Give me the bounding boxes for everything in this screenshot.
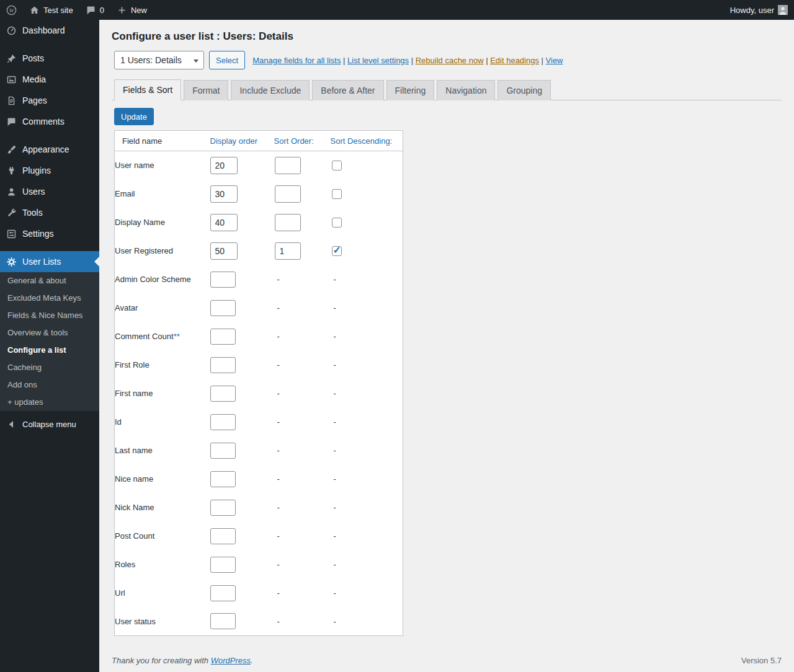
sort-descending-cell: - xyxy=(331,322,403,351)
sort-descending-checkbox[interactable] xyxy=(332,189,342,199)
display-order-input[interactable] xyxy=(210,272,236,288)
sort-order-input[interactable] xyxy=(275,242,301,260)
field-name-label: First name xyxy=(115,389,153,398)
comments-menu[interactable]: 0 xyxy=(79,0,110,20)
action-link-view[interactable]: View xyxy=(546,56,563,65)
display-order-input[interactable] xyxy=(210,357,236,373)
users-icon xyxy=(0,187,22,197)
display-order-input[interactable] xyxy=(210,329,236,345)
sort-order-cell: - xyxy=(274,351,331,379)
field-row-display-name: Display Name xyxy=(115,208,403,237)
sidebar-item-media[interactable]: Media xyxy=(0,69,99,90)
display-order-input[interactable] xyxy=(210,528,236,544)
display-order-cell xyxy=(210,379,274,408)
column-sort-order[interactable]: Sort Order: xyxy=(274,131,331,151)
no-sort-placeholder: - xyxy=(274,446,280,455)
submenu-item-overview-tools[interactable]: Overview & tools xyxy=(0,324,99,342)
tab-include-exclude[interactable]: Include Exclude xyxy=(231,80,310,100)
sort-descending-checkbox[interactable] xyxy=(332,218,342,228)
display-order-input[interactable] xyxy=(210,557,236,573)
display-order-input[interactable] xyxy=(210,443,236,459)
field-row-url: Url-- xyxy=(115,579,403,608)
sidebar-item-appearance[interactable]: Appearance xyxy=(0,139,99,160)
display-order-input[interactable] xyxy=(210,613,236,629)
action-link-rebuild-cache-now[interactable]: Rebuild cache now xyxy=(416,56,484,65)
tab-grouping[interactable]: Grouping xyxy=(497,80,551,100)
display-order-input[interactable] xyxy=(210,242,238,260)
update-button[interactable]: Update xyxy=(114,108,154,125)
collapse-menu-button[interactable]: Collapse menu xyxy=(0,413,99,435)
sort-descending-checkbox[interactable] xyxy=(332,161,342,170)
site-menu[interactable]: Test site xyxy=(23,0,79,20)
tab-before-after[interactable]: Before & After xyxy=(312,80,383,100)
sidebar-item-dashboard[interactable]: Dashboard xyxy=(0,20,99,41)
sidebar-item-tools[interactable]: Tools xyxy=(0,202,99,223)
display-order-input[interactable] xyxy=(210,185,238,203)
display-order-input[interactable] xyxy=(210,300,236,316)
sidebar-item-plugins[interactable]: Plugins xyxy=(0,160,99,181)
display-order-cell xyxy=(210,522,274,550)
sidebar-item-comments[interactable]: Comments xyxy=(0,111,99,132)
action-link-manage-fields-for-all-lists[interactable]: Manage fields for all lists xyxy=(252,56,341,65)
display-order-input[interactable] xyxy=(210,585,236,601)
field-row-user-status: User status-- xyxy=(115,608,403,636)
sidebar-item-label: Posts xyxy=(22,53,44,63)
field-name-note: ** xyxy=(174,332,180,341)
display-order-cell xyxy=(210,493,274,522)
display-order-input[interactable] xyxy=(210,157,238,174)
list-select[interactable]: 1 Users: Details xyxy=(114,51,204,69)
field-name-cell: User Registered xyxy=(115,237,210,265)
submenu-item-general-about[interactable]: General & about xyxy=(0,272,99,290)
tab-format[interactable]: Format xyxy=(184,80,228,100)
wordpress-link[interactable]: WordPress xyxy=(211,656,251,665)
sidebar-item-posts[interactable]: Posts xyxy=(0,48,99,69)
sort-order-input[interactable] xyxy=(275,157,301,174)
sidebar-item-users[interactable]: Users xyxy=(0,181,99,202)
user-lists-submenu: General & aboutExcluded Meta KeysFields … xyxy=(0,272,99,411)
no-sort-placeholder: - xyxy=(274,560,280,569)
sidebar-item-settings[interactable]: Settings xyxy=(0,223,99,244)
display-order-cell xyxy=(210,151,274,180)
display-order-input[interactable] xyxy=(210,214,238,231)
action-link-list-level-settings[interactable]: List level settings xyxy=(347,56,409,65)
select-button[interactable]: Select xyxy=(209,51,245,69)
sort-descending-checkbox[interactable] xyxy=(332,246,342,256)
display-order-input[interactable] xyxy=(210,500,236,516)
field-row-user-name: User name xyxy=(115,151,403,180)
new-content-menu[interactable]: New xyxy=(110,0,153,20)
account-menu[interactable]: Howdy, user xyxy=(724,0,794,20)
column-display-order[interactable]: Display order xyxy=(210,131,274,151)
wordpress-menu[interactable]: W xyxy=(0,0,23,20)
tab-navigation[interactable]: Navigation xyxy=(437,80,495,100)
tab-fields-sort[interactable]: Fields & Sort xyxy=(114,79,181,100)
display-order-input[interactable] xyxy=(210,471,236,487)
field-name-cell: Display Name xyxy=(115,208,210,237)
field-name-label: User status xyxy=(115,617,156,626)
submenu-item-configure-a-list[interactable]: Configure a list xyxy=(0,342,99,359)
submenu-item-cacheing[interactable]: Cacheing xyxy=(0,359,99,376)
link-separator: | xyxy=(341,56,347,65)
sidebar-item-label: User Lists xyxy=(22,257,61,267)
display-order-input[interactable] xyxy=(210,386,236,402)
no-sort-placeholder: - xyxy=(274,503,280,512)
tab-filtering[interactable]: Filtering xyxy=(386,80,435,100)
menu-separator xyxy=(0,244,99,251)
admin-bar-right: Howdy, user xyxy=(724,0,794,20)
submenu-item-excluded-meta-keys[interactable]: Excluded Meta Keys xyxy=(0,290,99,307)
sidebar-item-user-lists[interactable]: User Lists xyxy=(0,251,99,272)
field-name-cell: Nice name xyxy=(115,465,210,493)
plus-icon xyxy=(117,5,127,15)
column-sort-descending[interactable]: Sort Descending: xyxy=(331,131,403,151)
admin-bar: W Test site 0 New Howdy, user xyxy=(0,0,794,20)
display-order-input[interactable] xyxy=(210,414,236,430)
sort-order-input[interactable] xyxy=(275,214,301,231)
howdy-text: Howdy, user xyxy=(730,6,774,15)
sidebar-item-label: Comments xyxy=(22,117,65,126)
action-link-edit-headings[interactable]: Edit headings xyxy=(490,56,539,65)
sort-order-input[interactable] xyxy=(275,185,301,203)
submenu-item-fields-nice-names[interactable]: Fields & Nice Names xyxy=(0,307,99,324)
submenu-item-updates[interactable]: + updates xyxy=(0,394,99,411)
submenu-item-add-ons[interactable]: Add ons xyxy=(0,376,99,394)
sort-descending-cell: - xyxy=(331,265,403,294)
sidebar-item-pages[interactable]: Pages xyxy=(0,90,99,111)
